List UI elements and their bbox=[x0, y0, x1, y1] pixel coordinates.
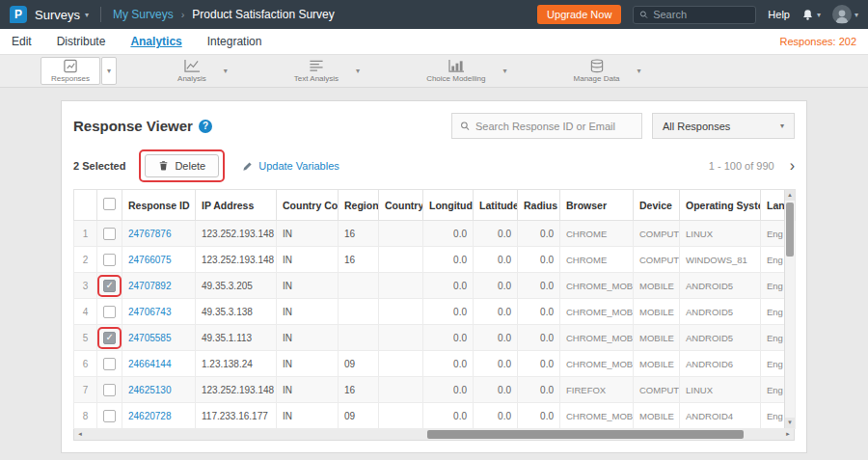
horizontal-scrollbar[interactable]: ◄ ► bbox=[73, 429, 795, 441]
surveys-menu[interactable]: Surveys ▾ bbox=[35, 8, 89, 22]
response-search[interactable] bbox=[451, 113, 642, 139]
response-search-input[interactable] bbox=[475, 121, 634, 132]
toolbar-text-analysis-button[interactable]: Text Analysis bbox=[284, 57, 349, 85]
tab-edit[interactable]: Edit bbox=[12, 35, 32, 48]
row-checkbox[interactable] bbox=[103, 384, 116, 396]
notifications-menu[interactable]: ▾ bbox=[801, 9, 821, 21]
cell-response-id[interactable]: 24706743 bbox=[122, 299, 196, 325]
toolbar-choice-modelling-button[interactable]: Choice Modelling bbox=[416, 57, 496, 85]
scroll-left-icon[interactable]: ◄ bbox=[74, 429, 86, 440]
cell-radius: 0.0 bbox=[518, 221, 560, 247]
header-response-id[interactable]: Response ID ▲▼ bbox=[122, 190, 196, 221]
row-checkbox[interactable] bbox=[103, 332, 116, 344]
cell-country bbox=[379, 247, 423, 273]
vertical-scrollbar[interactable]: ▲ ▼ bbox=[784, 190, 795, 428]
header-browser[interactable]: Browser bbox=[560, 190, 634, 221]
toolbar-responses-dropdown[interactable]: ▾ bbox=[101, 57, 117, 85]
toolbar-text-analysis-dropdown[interactable]: ▾ bbox=[350, 57, 366, 85]
header-latitude[interactable]: Latitude bbox=[474, 190, 518, 221]
help-icon[interactable]: ? bbox=[199, 120, 212, 133]
header-country[interactable]: Country bbox=[379, 190, 423, 221]
topbar-divider bbox=[100, 7, 101, 22]
cell-operating-system: WINDOWS_81 bbox=[680, 247, 761, 273]
cell-response-id[interactable]: 24766075 bbox=[122, 247, 196, 273]
cell-response-id[interactable]: 24620728 bbox=[122, 403, 196, 429]
cell-browser: FIREFOX bbox=[560, 377, 634, 403]
header-region[interactable]: Region bbox=[339, 190, 379, 221]
toolbar-label: Analysis bbox=[177, 74, 206, 83]
survey-title: Product Satisfaction Survey bbox=[192, 8, 334, 21]
scroll-up-icon[interactable]: ▲ bbox=[785, 190, 795, 201]
toolbar-responses-button[interactable]: Responses bbox=[41, 57, 100, 85]
cell-country bbox=[379, 377, 423, 403]
cell-response-id[interactable]: 24707892 bbox=[122, 273, 196, 299]
row-number: 5 bbox=[74, 325, 97, 351]
cell-browser: CHROME_MOBILE bbox=[560, 325, 634, 351]
cell-response-id[interactable]: 24625130 bbox=[122, 377, 196, 403]
header-radius[interactable]: Radius bbox=[518, 190, 560, 221]
row-checkbox[interactable] bbox=[103, 228, 116, 240]
toolbar-group-responses: Responses ▾ bbox=[41, 57, 117, 85]
row-checkbox[interactable] bbox=[103, 410, 116, 422]
delete-button[interactable]: Delete bbox=[145, 154, 219, 177]
response-viewer-card: Response Viewer ? All Responses ▾ 2 Sele… bbox=[61, 100, 807, 453]
app-logo-icon[interactable]: P bbox=[10, 6, 27, 23]
cell-region: 16 bbox=[339, 221, 379, 247]
header-ip-address[interactable]: IP Address bbox=[196, 190, 277, 221]
account-menu[interactable]: ▾ bbox=[832, 5, 858, 24]
header-longitude[interactable]: Longitude bbox=[423, 190, 474, 221]
chevron-down-icon: ▾ bbox=[85, 11, 89, 19]
cell-device: MOBILE bbox=[634, 325, 680, 351]
toolbar-manage-data-dropdown[interactable]: ▾ bbox=[632, 57, 647, 85]
cell-device: MOBILE bbox=[634, 351, 680, 377]
cell-ip-address: 123.252.193.148 bbox=[196, 221, 277, 247]
pagination-next-icon[interactable]: › bbox=[790, 158, 795, 174]
header-country-code[interactable]: Country Code bbox=[277, 190, 339, 221]
cell-response-id[interactable]: 24767876 bbox=[122, 221, 196, 247]
cell-country-code: IN bbox=[277, 273, 339, 299]
table-header-row: Response ID ▲▼ IP Address Country Code R… bbox=[74, 190, 796, 221]
tab-integration[interactable]: Integration bbox=[207, 35, 262, 48]
row-checkbox[interactable] bbox=[103, 254, 116, 266]
update-variables-link[interactable]: Update Variables bbox=[242, 160, 339, 172]
header-operating-system[interactable]: Operating System bbox=[680, 190, 761, 221]
row-checkbox-cell bbox=[97, 351, 122, 377]
row-checkbox[interactable] bbox=[103, 306, 116, 318]
scroll-right-icon[interactable]: ► bbox=[782, 429, 794, 440]
row-number: 7 bbox=[74, 377, 97, 403]
tab-analytics[interactable]: Analytics bbox=[130, 35, 181, 48]
update-variables-label: Update Variables bbox=[258, 160, 339, 172]
row-checkbox-cell bbox=[97, 247, 122, 273]
cell-ip-address: 123.252.193.148 bbox=[196, 247, 277, 273]
cell-response-id[interactable]: 24664144 bbox=[122, 351, 196, 377]
cell-device: COMPUTER bbox=[634, 377, 680, 403]
toolbar-analysis-button[interactable]: Analysis bbox=[167, 57, 217, 85]
upgrade-now-button[interactable]: Upgrade Now bbox=[537, 5, 621, 24]
toolbar-choice-modelling-dropdown[interactable]: ▾ bbox=[498, 57, 513, 85]
cell-operating-system: LINUX bbox=[680, 377, 761, 403]
row-checkbox-cell bbox=[97, 403, 122, 429]
scroll-down-icon[interactable]: ▼ bbox=[785, 418, 795, 428]
header-device[interactable]: Device bbox=[634, 190, 680, 221]
tab-distribute[interactable]: Distribute bbox=[57, 35, 106, 48]
table-row: 224766075123.252.193.148IN160.00.00.0CHR… bbox=[74, 247, 796, 273]
toolbar-manage-data-button[interactable]: Manage Data bbox=[563, 57, 631, 85]
horizontal-scroll-thumb[interactable] bbox=[427, 430, 744, 439]
responses-filter-dropdown[interactable]: All Responses ▾ bbox=[652, 113, 795, 139]
row-checkbox[interactable] bbox=[103, 358, 116, 370]
toolbar-analysis-dropdown[interactable]: ▾ bbox=[218, 57, 233, 85]
cell-radius: 0.0 bbox=[518, 403, 560, 429]
cell-region bbox=[339, 273, 379, 299]
header-checkbox-cell[interactable] bbox=[97, 190, 122, 221]
cell-response-id[interactable]: 24705585 bbox=[122, 325, 196, 351]
vertical-scroll-thumb[interactable] bbox=[786, 203, 794, 257]
breadcrumb-my-surveys[interactable]: My Surveys bbox=[113, 8, 174, 21]
topbar-search[interactable] bbox=[633, 6, 756, 24]
select-all-checkbox[interactable] bbox=[103, 198, 116, 210]
pencil-icon bbox=[242, 161, 253, 172]
row-checkbox[interactable] bbox=[103, 280, 116, 292]
help-link[interactable]: Help bbox=[768, 9, 790, 20]
cell-ip-address: 1.23.138.24 bbox=[196, 351, 277, 377]
topbar-search-input[interactable] bbox=[653, 9, 749, 20]
cell-longitude: 0.0 bbox=[423, 247, 474, 273]
